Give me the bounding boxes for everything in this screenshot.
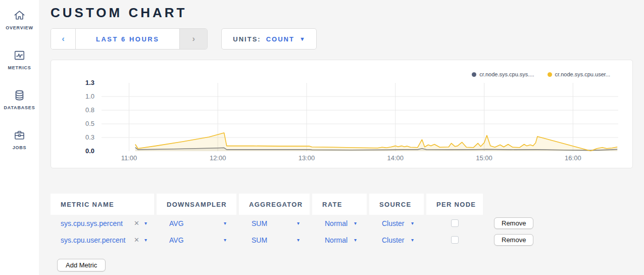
legend-label: cr.node.sys.cpu.user... bbox=[555, 71, 610, 77]
aggregator-select[interactable]: SUM ▾ bbox=[239, 232, 310, 248]
rate-value: Normal bbox=[325, 219, 348, 227]
chevron-down-icon: ▼ bbox=[300, 36, 305, 42]
chevron-down-icon: ▾ bbox=[224, 220, 226, 226]
home-icon bbox=[13, 7, 26, 22]
svg-text:1.3: 1.3 bbox=[85, 79, 94, 86]
source-value: Cluster bbox=[382, 236, 404, 244]
downsampler-select[interactable]: AVG ▾ bbox=[157, 232, 236, 248]
col-header-rate: RATE bbox=[312, 194, 367, 215]
legend-dot bbox=[548, 72, 552, 77]
aggregator-select[interactable]: SUM ▾ bbox=[239, 215, 310, 232]
svg-text:15:00: 15:00 bbox=[476, 154, 492, 162]
aggregator-value: SUM bbox=[252, 219, 267, 227]
remove-metric-button[interactable]: Remove bbox=[494, 217, 533, 229]
source-select[interactable]: Cluster ▾ bbox=[369, 215, 424, 232]
chart-panel: cr.node.sys.cpu.sys.... cr.node.sys.cpu.… bbox=[51, 60, 633, 168]
aggregator-value: SUM bbox=[252, 236, 267, 244]
svg-text:0.5: 0.5 bbox=[85, 120, 94, 127]
downsampler-value: AVG bbox=[169, 236, 184, 244]
sidebar-item-databases[interactable]: DATABASES bbox=[4, 87, 35, 110]
controls-row: ‹ LAST 6 HOURS › UNITS: COUNT ▼ bbox=[51, 28, 644, 50]
time-range-next-button[interactable]: › bbox=[179, 29, 207, 49]
col-header-metric-name: METRIC NAME bbox=[51, 194, 154, 215]
chevron-down-icon: ▾ bbox=[144, 237, 147, 243]
clear-metric-icon[interactable]: ✕ bbox=[134, 219, 139, 227]
chevron-down-icon: ▾ bbox=[354, 237, 357, 243]
table-header-row: METRIC NAME DOWNSAMPLER AGGREGATOR RATE … bbox=[51, 194, 644, 215]
time-range-dropdown[interactable]: LAST 6 HOURS bbox=[76, 29, 179, 49]
chevron-right-icon: › bbox=[192, 34, 195, 44]
main-content: CUSTOM CHART ‹ LAST 6 HOURS › UNITS: COU… bbox=[39, 0, 644, 275]
rate-value: Normal bbox=[325, 236, 348, 244]
svg-text:0.0: 0.0 bbox=[85, 147, 94, 155]
legend-dot bbox=[472, 72, 476, 77]
metric-name-select[interactable]: sys.cpu.user.percent ✕ ▾ bbox=[51, 232, 154, 248]
units-value: COUNT bbox=[266, 35, 294, 43]
page-title: CUSTOM CHART bbox=[51, 5, 644, 21]
svg-text:0.3: 0.3 bbox=[85, 133, 94, 141]
svg-text:13:00: 13:00 bbox=[299, 154, 315, 162]
metric-name-value: sys.cpu.sys.percent bbox=[61, 219, 123, 227]
table-row: sys.cpu.user.percent ✕ ▾ AVG ▾ SUM ▾ Nor… bbox=[51, 232, 644, 248]
chevron-down-icon: ▾ bbox=[297, 220, 300, 226]
downsampler-select[interactable]: AVG ▾ bbox=[157, 215, 236, 232]
units-dropdown[interactable]: UNITS: COUNT ▼ bbox=[221, 28, 316, 50]
database-icon bbox=[13, 87, 26, 102]
legend-label: cr.node.sys.cpu.sys.... bbox=[479, 71, 534, 77]
chevron-down-icon: ▾ bbox=[224, 237, 226, 243]
time-range-prev-button[interactable]: ‹ bbox=[51, 29, 76, 49]
col-header-downsampler: DOWNSAMPLER bbox=[157, 194, 236, 215]
metric-name-select[interactable]: sys.cpu.sys.percent ✕ ▾ bbox=[51, 215, 154, 232]
sidebar-item-jobs[interactable]: JOBS bbox=[13, 127, 27, 150]
legend-item-user[interactable]: cr.node.sys.cpu.user... bbox=[548, 71, 610, 77]
svg-text:16:00: 16:00 bbox=[565, 154, 581, 162]
add-metric-button[interactable]: Add Metric bbox=[57, 259, 106, 271]
clear-metric-icon[interactable]: ✕ bbox=[134, 236, 139, 244]
chevron-down-icon: ▾ bbox=[144, 220, 147, 226]
sidebar: OVERVIEW METRICS DATABASES bbox=[0, 0, 39, 275]
sidebar-item-label: METRICS bbox=[8, 65, 31, 70]
sidebar-item-label: DATABASES bbox=[4, 105, 35, 110]
chevron-down-icon: ▾ bbox=[354, 220, 357, 226]
table-row: sys.cpu.sys.percent ✕ ▾ AVG ▾ SUM ▾ Norm… bbox=[51, 215, 644, 232]
metric-name-value: sys.cpu.user.percent bbox=[61, 236, 125, 244]
downsampler-value: AVG bbox=[169, 219, 184, 227]
svg-text:14:00: 14:00 bbox=[387, 154, 404, 162]
chevron-down-icon: ▾ bbox=[411, 220, 414, 226]
sidebar-item-label: OVERVIEW bbox=[6, 25, 33, 30]
source-select[interactable]: Cluster ▾ bbox=[369, 232, 424, 248]
svg-text:1.0: 1.0 bbox=[85, 93, 94, 100]
rate-select[interactable]: Normal ▾ bbox=[312, 215, 367, 232]
time-range-label: LAST 6 HOURS bbox=[96, 35, 159, 43]
chart-legend: cr.node.sys.cpu.sys.... cr.node.sys.cpu.… bbox=[472, 71, 610, 77]
chevron-left-icon: ‹ bbox=[62, 34, 65, 44]
col-header-source: SOURCE bbox=[369, 194, 424, 215]
chevron-down-icon: ▾ bbox=[411, 237, 414, 243]
metrics-table: METRIC NAME DOWNSAMPLER AGGREGATOR RATE … bbox=[51, 194, 644, 271]
sidebar-item-label: JOBS bbox=[13, 145, 27, 150]
source-value: Cluster bbox=[382, 219, 404, 227]
svg-text:12:00: 12:00 bbox=[210, 154, 226, 162]
col-header-aggregator: AGGREGATOR bbox=[239, 194, 310, 215]
svg-text:0.8: 0.8 bbox=[85, 106, 94, 114]
rate-select[interactable]: Normal ▾ bbox=[312, 232, 367, 248]
svg-text:11:00: 11:00 bbox=[121, 154, 137, 162]
legend-item-sys[interactable]: cr.node.sys.cpu.sys.... bbox=[472, 71, 534, 77]
time-range-selector: ‹ LAST 6 HOURS › bbox=[51, 28, 208, 50]
chevron-down-icon: ▾ bbox=[297, 237, 300, 243]
briefcase-icon bbox=[13, 127, 26, 142]
per-node-checkbox[interactable] bbox=[451, 219, 459, 227]
sidebar-item-overview[interactable]: OVERVIEW bbox=[6, 7, 33, 30]
col-header-per-node: PER NODE bbox=[426, 194, 483, 215]
sidebar-item-metrics[interactable]: METRICS bbox=[8, 47, 31, 70]
per-node-checkbox[interactable] bbox=[451, 236, 459, 244]
remove-metric-button[interactable]: Remove bbox=[494, 234, 533, 246]
metrics-icon bbox=[13, 47, 26, 62]
units-label: UNITS: bbox=[233, 35, 261, 43]
